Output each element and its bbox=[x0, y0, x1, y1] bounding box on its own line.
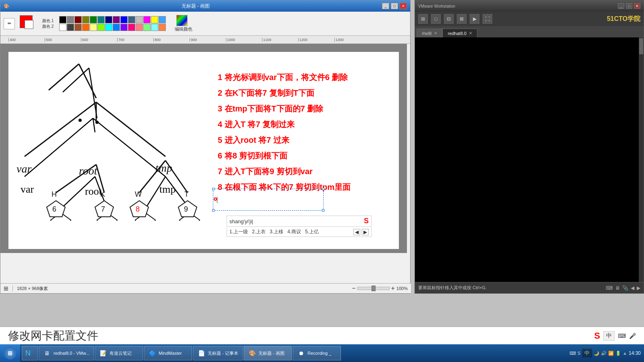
taskbar-item-youdao[interactable]: 📝 有道云笔记 bbox=[95, 346, 143, 360]
suggestion-option-3[interactable]: 3.上移 bbox=[270, 228, 283, 235]
vm-tab-rhel8-close[interactable]: ✕ bbox=[434, 31, 437, 35]
palette-cell[interactable] bbox=[143, 16, 151, 23]
vm-minimize-btn[interactable]: _ bbox=[618, 3, 624, 9]
dimensions-text: 1828 × 968像素 bbox=[17, 286, 48, 292]
ime-indicator[interactable]: 中 bbox=[582, 349, 592, 358]
vm-info-icon-3[interactable]: 📎 bbox=[622, 285, 628, 291]
vm-toolbar-btn-4[interactable]: ⊠ bbox=[457, 14, 466, 24]
vm-content[interactable] bbox=[415, 37, 644, 282]
vm-scrollbar[interactable] bbox=[639, 37, 644, 282]
selection-handle-bl bbox=[212, 209, 215, 212]
vm-main-screen[interactable] bbox=[415, 37, 639, 282]
palette-cell[interactable] bbox=[143, 24, 151, 31]
rainbow-swatch[interactable] bbox=[176, 15, 188, 26]
palette-cell[interactable] bbox=[120, 24, 128, 31]
tray-arrow-icon[interactable]: ▲ bbox=[623, 351, 627, 356]
palette-cell[interactable] bbox=[159, 24, 166, 31]
palette-cell[interactable] bbox=[151, 24, 158, 31]
palette-cell[interactable] bbox=[159, 16, 166, 23]
zoom-slider[interactable] bbox=[357, 287, 390, 290]
taskbar-item-notepad[interactable]: 📄 无标题 - 记事本 bbox=[193, 346, 243, 360]
vm-toolbar-btn-6[interactable]: ⛶ bbox=[483, 14, 492, 24]
palette-cell[interactable] bbox=[67, 24, 74, 31]
palette-cell[interactable] bbox=[113, 16, 120, 23]
palette-cell[interactable] bbox=[136, 24, 143, 31]
taskbar-item-recording[interactable]: ⏺ Recording _ bbox=[293, 346, 341, 360]
ruler-mark: 700 bbox=[117, 38, 153, 42]
palette-cell[interactable] bbox=[128, 24, 135, 31]
color2-box[interactable] bbox=[25, 20, 33, 29]
vm-close-btn[interactable]: ✕ bbox=[634, 3, 640, 9]
canvas-area[interactable]: var root tmp H 6 K 7 W 8 T 9 bbox=[0, 44, 407, 253]
cursor-area bbox=[214, 197, 217, 201]
vm-toolbar-btn-1[interactable]: ⊞ bbox=[418, 14, 428, 24]
taskbar-item-paint[interactable]: 🎨 无标题 - 画图 bbox=[244, 346, 292, 360]
color-labels: 颜色 1 颜色 2 bbox=[42, 18, 54, 29]
paint-maximize-btn[interactable]: □ bbox=[391, 3, 398, 9]
palette-cell[interactable] bbox=[74, 16, 82, 23]
paint-status-bar: ⊞ 1828 × 968像素 − + 100% bbox=[0, 283, 411, 293]
palette-cell[interactable] bbox=[128, 16, 135, 23]
vm-info-icon-2[interactable]: 🖥 bbox=[615, 285, 620, 291]
vm-tab-redhat8[interactable]: redhat8.0 ✕ bbox=[442, 29, 477, 37]
ime-icon-2: 🎤 bbox=[629, 333, 636, 339]
vm-tab-redhat8-close[interactable]: ✕ bbox=[469, 31, 472, 35]
vm-maximize-btn[interactable]: □ bbox=[626, 3, 632, 9]
vm-toolbar-btn-2[interactable]: □ bbox=[431, 14, 441, 24]
palette-cell[interactable] bbox=[82, 16, 89, 23]
palette-cell[interactable] bbox=[59, 16, 66, 23]
info-bar-title: 修改网卡配置文件 bbox=[8, 328, 98, 343]
suggestion-option-5[interactable]: 5.上亿 bbox=[305, 228, 319, 235]
taskbar: ⊞ N 🖥 redhat8.0 - VMw... 📝 有道云笔记 🔷 MindM… bbox=[0, 344, 644, 362]
palette-cell[interactable] bbox=[90, 16, 97, 23]
palette-cell[interactable] bbox=[120, 16, 128, 23]
palette-cell[interactable] bbox=[97, 16, 105, 23]
tray-sogou-icon: S bbox=[578, 351, 580, 356]
vm-toolbar-btn-3[interactable]: ⊟ bbox=[444, 14, 454, 24]
suggestion-next[interactable]: ▶ bbox=[362, 229, 369, 235]
taskbar-item-mindmaster[interactable]: 🔷 MindMaster bbox=[144, 346, 192, 360]
suggestion-option-1[interactable]: 1.上一级 bbox=[229, 228, 248, 235]
zoom-in-icon[interactable]: + bbox=[391, 285, 395, 292]
ruler-mark: 1000 bbox=[226, 38, 262, 42]
zoom-slider-thumb[interactable] bbox=[372, 286, 376, 291]
taskbar-recording-label: Recording _ bbox=[308, 351, 331, 356]
start-button[interactable]: ⊞ bbox=[0, 344, 20, 362]
suggestion-option-4[interactable]: 4.商议 bbox=[287, 228, 301, 235]
taskbar-youdao-icon: 📝 bbox=[99, 349, 107, 357]
palette-cell[interactable] bbox=[67, 16, 74, 23]
palette-cell[interactable] bbox=[59, 24, 66, 31]
suggestion-input-box[interactable]: shang'yi'ji| S bbox=[227, 216, 372, 227]
vm-info-icon-1[interactable]: ⌨ bbox=[606, 285, 613, 291]
pencil-tool[interactable]: ✏ bbox=[4, 18, 15, 29]
vm-tab-rhel8[interactable]: rhel8 ✕ bbox=[417, 29, 442, 37]
suggestion-prev[interactable]: ◀ bbox=[353, 229, 360, 235]
taskbar-item-n[interactable]: N bbox=[22, 346, 38, 360]
zoom-out-icon[interactable]: − bbox=[352, 285, 355, 292]
vm-scrollbar-thumb[interactable] bbox=[639, 38, 643, 54]
palette-cell[interactable] bbox=[113, 24, 120, 31]
vm-info-icon-4[interactable]: ◀ bbox=[631, 285, 634, 291]
palette-cell[interactable] bbox=[90, 24, 97, 31]
palette-cell[interactable] bbox=[82, 24, 89, 31]
paint-minimize-btn[interactable]: _ bbox=[382, 3, 389, 9]
palette-cell[interactable] bbox=[105, 24, 112, 31]
vm-title-left: VMware Workstation bbox=[418, 4, 455, 8]
palette-cell[interactable] bbox=[74, 24, 82, 31]
palette-cell[interactable] bbox=[136, 16, 143, 23]
suggestion-option-2[interactable]: 2.上衣 bbox=[252, 228, 266, 235]
paint-close-btn[interactable]: ✕ bbox=[400, 3, 407, 9]
taskbar-item-redhat[interactable]: 🖥 redhat8.0 - VMw... bbox=[39, 346, 94, 360]
taskbar-paint-icon: 🎨 bbox=[248, 349, 256, 357]
suggestion-options-bar[interactable]: 1.上一级 2.上衣 3.上移 4.商议 5.上亿 ◀ ▶ bbox=[227, 227, 372, 237]
taskbar-mindmaster-icon: 🔷 bbox=[148, 349, 156, 357]
ime-mode-btn[interactable]: 中 bbox=[603, 331, 615, 341]
paint-canvas[interactable]: var root tmp H 6 K 7 W 8 T 9 bbox=[8, 52, 399, 249]
vm-toolbar-btn-5[interactable]: ▶ bbox=[470, 14, 479, 24]
svg-text:H: H bbox=[58, 220, 62, 221]
palette-cell[interactable] bbox=[97, 24, 105, 31]
palette-cell[interactable] bbox=[105, 16, 112, 23]
svg-line-1 bbox=[93, 118, 95, 132]
palette-cell[interactable] bbox=[151, 16, 158, 23]
vm-info-icon-5[interactable]: ▶ bbox=[637, 285, 640, 291]
